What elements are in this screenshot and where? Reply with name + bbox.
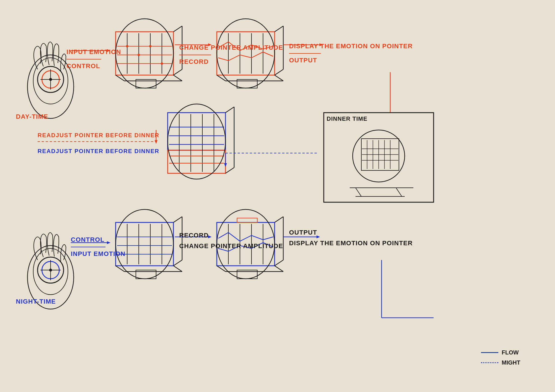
daytime-label: DAY-TIME <box>16 113 48 121</box>
svg-line-9 <box>173 69 182 75</box>
legend-flow: FLOW <box>481 349 520 356</box>
legend: FLOW MIGHT <box>481 349 520 366</box>
readjust1-label: READJUST POINTER BEFORE DINNER <box>38 131 159 139</box>
nighttime-label: NIGHT-TIME <box>16 298 56 306</box>
svg-rect-90 <box>136 270 156 279</box>
svg-point-71 <box>42 261 59 279</box>
svg-line-125 <box>356 188 361 196</box>
svg-point-3 <box>42 71 59 88</box>
control-label-blue: CONTROL INPUT EMOTION <box>71 235 125 259</box>
svg-line-95 <box>217 266 225 272</box>
svg-rect-48 <box>168 150 225 173</box>
change-pointer-label-red: CHANGE POINTER AMPLITUDE RECORD <box>179 43 283 66</box>
svg-point-2 <box>38 66 64 92</box>
svg-line-80 <box>173 266 182 272</box>
svg-line-77 <box>173 260 182 266</box>
svg-marker-67 <box>224 163 227 167</box>
svg-line-126 <box>396 188 402 196</box>
svg-marker-65 <box>155 140 158 144</box>
might-label: MIGHT <box>502 359 520 366</box>
svg-point-4 <box>49 78 52 81</box>
svg-point-21 <box>126 45 128 47</box>
svg-line-28 <box>275 26 283 32</box>
flow-line-icon <box>481 352 498 353</box>
svg-rect-47 <box>168 113 225 150</box>
output-label-blue: OUTPUT DISPLAY THE EMOTION ON POINTER <box>289 228 413 248</box>
flow-label: FLOW <box>502 349 519 356</box>
svg-point-24 <box>161 62 163 65</box>
svg-line-8 <box>173 26 182 32</box>
svg-line-49 <box>225 107 234 113</box>
svg-line-79 <box>116 266 124 272</box>
svg-rect-26 <box>136 79 156 88</box>
svg-rect-102 <box>237 218 257 222</box>
svg-point-22 <box>138 54 140 56</box>
svg-point-72 <box>49 269 52 272</box>
main-canvas: DAY-TIME INPUT EMOTION CONTROL CHANGE PO… <box>0 0 555 392</box>
svg-line-31 <box>217 75 225 81</box>
svg-line-50 <box>225 168 234 173</box>
svg-point-25 <box>116 19 173 88</box>
input-emotion-label-red: INPUT EMOTION CONTROL <box>66 48 121 71</box>
svg-line-96 <box>275 266 283 272</box>
svg-rect-104 <box>237 270 257 279</box>
svg-line-32 <box>275 75 283 81</box>
record-label-blue: RECORD CHANGE POINTER AMPLITUDE <box>179 231 283 251</box>
display-emotion-label-red: DISPLAY THE EMOTION ON POINTER OUTPUT <box>289 42 413 65</box>
dinner-time-label: DINNER TIME <box>327 116 367 122</box>
svg-line-93 <box>275 260 283 266</box>
svg-point-69 <box>33 248 68 295</box>
svg-line-29 <box>275 69 283 75</box>
svg-point-61 <box>168 104 225 179</box>
svg-point-114 <box>353 130 405 182</box>
svg-point-70 <box>38 257 64 283</box>
svg-rect-39 <box>237 79 257 88</box>
svg-rect-7 <box>116 32 173 75</box>
svg-rect-113 <box>324 113 434 202</box>
svg-line-76 <box>173 217 182 222</box>
svg-line-92 <box>275 217 283 222</box>
might-line-icon <box>481 362 498 363</box>
svg-point-1 <box>33 58 68 104</box>
svg-rect-115 <box>361 139 399 170</box>
legend-might: MIGHT <box>481 359 520 366</box>
svg-line-12 <box>173 75 182 81</box>
readjust2-label: READJUST POINTER BEFORE DINNER <box>38 147 159 155</box>
svg-point-23 <box>149 45 151 47</box>
svg-line-11 <box>116 75 124 81</box>
